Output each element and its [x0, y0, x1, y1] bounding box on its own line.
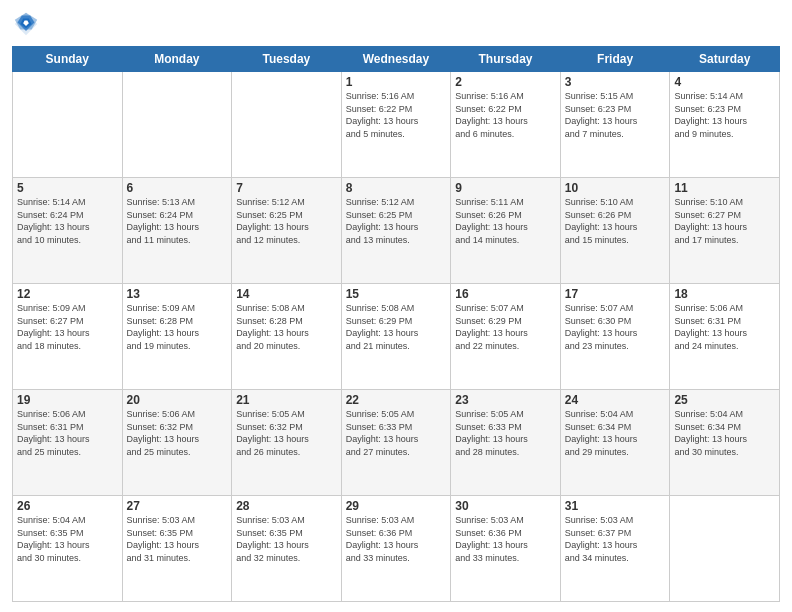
day-number: 20 — [127, 393, 228, 407]
day-number: 30 — [455, 499, 556, 513]
col-header-saturday: Saturday — [670, 47, 780, 72]
day-number: 18 — [674, 287, 775, 301]
day-number: 15 — [346, 287, 447, 301]
day-number: 8 — [346, 181, 447, 195]
day-number: 17 — [565, 287, 666, 301]
day-info: Sunrise: 5:10 AM Sunset: 6:27 PM Dayligh… — [674, 196, 775, 246]
day-cell: 19Sunrise: 5:06 AM Sunset: 6:31 PM Dayli… — [13, 390, 123, 496]
day-cell: 15Sunrise: 5:08 AM Sunset: 6:29 PM Dayli… — [341, 284, 451, 390]
day-info: Sunrise: 5:07 AM Sunset: 6:30 PM Dayligh… — [565, 302, 666, 352]
day-cell: 13Sunrise: 5:09 AM Sunset: 6:28 PM Dayli… — [122, 284, 232, 390]
day-cell: 11Sunrise: 5:10 AM Sunset: 6:27 PM Dayli… — [670, 178, 780, 284]
day-info: Sunrise: 5:06 AM Sunset: 6:32 PM Dayligh… — [127, 408, 228, 458]
day-cell: 20Sunrise: 5:06 AM Sunset: 6:32 PM Dayli… — [122, 390, 232, 496]
day-cell: 5Sunrise: 5:14 AM Sunset: 6:24 PM Daylig… — [13, 178, 123, 284]
day-info: Sunrise: 5:13 AM Sunset: 6:24 PM Dayligh… — [127, 196, 228, 246]
day-number: 28 — [236, 499, 337, 513]
col-header-wednesday: Wednesday — [341, 47, 451, 72]
day-cell: 7Sunrise: 5:12 AM Sunset: 6:25 PM Daylig… — [232, 178, 342, 284]
day-number: 23 — [455, 393, 556, 407]
day-info: Sunrise: 5:08 AM Sunset: 6:28 PM Dayligh… — [236, 302, 337, 352]
day-number: 7 — [236, 181, 337, 195]
day-number: 24 — [565, 393, 666, 407]
day-cell: 21Sunrise: 5:05 AM Sunset: 6:32 PM Dayli… — [232, 390, 342, 496]
day-number: 25 — [674, 393, 775, 407]
day-cell: 10Sunrise: 5:10 AM Sunset: 6:26 PM Dayli… — [560, 178, 670, 284]
day-cell: 4Sunrise: 5:14 AM Sunset: 6:23 PM Daylig… — [670, 72, 780, 178]
calendar-table: SundayMondayTuesdayWednesdayThursdayFrid… — [12, 46, 780, 602]
day-number: 13 — [127, 287, 228, 301]
day-info: Sunrise: 5:14 AM Sunset: 6:23 PM Dayligh… — [674, 90, 775, 140]
logo-icon — [12, 10, 40, 38]
week-row-5: 26Sunrise: 5:04 AM Sunset: 6:35 PM Dayli… — [13, 496, 780, 602]
day-number: 5 — [17, 181, 118, 195]
page: SundayMondayTuesdayWednesdayThursdayFrid… — [0, 0, 792, 612]
day-cell: 9Sunrise: 5:11 AM Sunset: 6:26 PM Daylig… — [451, 178, 561, 284]
day-number: 2 — [455, 75, 556, 89]
day-info: Sunrise: 5:07 AM Sunset: 6:29 PM Dayligh… — [455, 302, 556, 352]
day-cell: 28Sunrise: 5:03 AM Sunset: 6:35 PM Dayli… — [232, 496, 342, 602]
day-info: Sunrise: 5:11 AM Sunset: 6:26 PM Dayligh… — [455, 196, 556, 246]
day-number: 19 — [17, 393, 118, 407]
day-cell: 30Sunrise: 5:03 AM Sunset: 6:36 PM Dayli… — [451, 496, 561, 602]
day-cell — [232, 72, 342, 178]
day-info: Sunrise: 5:03 AM Sunset: 6:35 PM Dayligh… — [236, 514, 337, 564]
calendar-header-row: SundayMondayTuesdayWednesdayThursdayFrid… — [13, 47, 780, 72]
week-row-3: 12Sunrise: 5:09 AM Sunset: 6:27 PM Dayli… — [13, 284, 780, 390]
day-number: 6 — [127, 181, 228, 195]
day-number: 14 — [236, 287, 337, 301]
day-number: 9 — [455, 181, 556, 195]
day-cell: 25Sunrise: 5:04 AM Sunset: 6:34 PM Dayli… — [670, 390, 780, 496]
day-info: Sunrise: 5:12 AM Sunset: 6:25 PM Dayligh… — [346, 196, 447, 246]
day-number: 11 — [674, 181, 775, 195]
col-header-monday: Monday — [122, 47, 232, 72]
day-cell: 17Sunrise: 5:07 AM Sunset: 6:30 PM Dayli… — [560, 284, 670, 390]
col-header-thursday: Thursday — [451, 47, 561, 72]
day-info: Sunrise: 5:15 AM Sunset: 6:23 PM Dayligh… — [565, 90, 666, 140]
day-cell — [670, 496, 780, 602]
day-cell: 8Sunrise: 5:12 AM Sunset: 6:25 PM Daylig… — [341, 178, 451, 284]
day-info: Sunrise: 5:16 AM Sunset: 6:22 PM Dayligh… — [346, 90, 447, 140]
day-info: Sunrise: 5:16 AM Sunset: 6:22 PM Dayligh… — [455, 90, 556, 140]
day-info: Sunrise: 5:04 AM Sunset: 6:34 PM Dayligh… — [565, 408, 666, 458]
header — [12, 10, 780, 38]
day-cell: 1Sunrise: 5:16 AM Sunset: 6:22 PM Daylig… — [341, 72, 451, 178]
day-info: Sunrise: 5:06 AM Sunset: 6:31 PM Dayligh… — [17, 408, 118, 458]
day-cell: 26Sunrise: 5:04 AM Sunset: 6:35 PM Dayli… — [13, 496, 123, 602]
day-number: 22 — [346, 393, 447, 407]
week-row-1: 1Sunrise: 5:16 AM Sunset: 6:22 PM Daylig… — [13, 72, 780, 178]
day-number: 10 — [565, 181, 666, 195]
day-info: Sunrise: 5:03 AM Sunset: 6:36 PM Dayligh… — [346, 514, 447, 564]
day-number: 26 — [17, 499, 118, 513]
day-cell: 12Sunrise: 5:09 AM Sunset: 6:27 PM Dayli… — [13, 284, 123, 390]
day-info: Sunrise: 5:05 AM Sunset: 6:32 PM Dayligh… — [236, 408, 337, 458]
day-cell: 18Sunrise: 5:06 AM Sunset: 6:31 PM Dayli… — [670, 284, 780, 390]
day-number: 27 — [127, 499, 228, 513]
day-cell: 29Sunrise: 5:03 AM Sunset: 6:36 PM Dayli… — [341, 496, 451, 602]
day-cell: 23Sunrise: 5:05 AM Sunset: 6:33 PM Dayli… — [451, 390, 561, 496]
day-info: Sunrise: 5:03 AM Sunset: 6:35 PM Dayligh… — [127, 514, 228, 564]
day-number: 21 — [236, 393, 337, 407]
day-info: Sunrise: 5:09 AM Sunset: 6:28 PM Dayligh… — [127, 302, 228, 352]
week-row-4: 19Sunrise: 5:06 AM Sunset: 6:31 PM Dayli… — [13, 390, 780, 496]
day-number: 16 — [455, 287, 556, 301]
day-info: Sunrise: 5:04 AM Sunset: 6:34 PM Dayligh… — [674, 408, 775, 458]
day-info: Sunrise: 5:03 AM Sunset: 6:37 PM Dayligh… — [565, 514, 666, 564]
day-info: Sunrise: 5:12 AM Sunset: 6:25 PM Dayligh… — [236, 196, 337, 246]
day-number: 1 — [346, 75, 447, 89]
day-number: 31 — [565, 499, 666, 513]
day-cell — [13, 72, 123, 178]
day-cell: 31Sunrise: 5:03 AM Sunset: 6:37 PM Dayli… — [560, 496, 670, 602]
day-info: Sunrise: 5:04 AM Sunset: 6:35 PM Dayligh… — [17, 514, 118, 564]
day-info: Sunrise: 5:03 AM Sunset: 6:36 PM Dayligh… — [455, 514, 556, 564]
day-number: 3 — [565, 75, 666, 89]
day-cell: 3Sunrise: 5:15 AM Sunset: 6:23 PM Daylig… — [560, 72, 670, 178]
day-number: 4 — [674, 75, 775, 89]
day-cell: 14Sunrise: 5:08 AM Sunset: 6:28 PM Dayli… — [232, 284, 342, 390]
day-info: Sunrise: 5:06 AM Sunset: 6:31 PM Dayligh… — [674, 302, 775, 352]
day-info: Sunrise: 5:08 AM Sunset: 6:29 PM Dayligh… — [346, 302, 447, 352]
day-info: Sunrise: 5:05 AM Sunset: 6:33 PM Dayligh… — [346, 408, 447, 458]
col-header-sunday: Sunday — [13, 47, 123, 72]
day-info: Sunrise: 5:09 AM Sunset: 6:27 PM Dayligh… — [17, 302, 118, 352]
day-info: Sunrise: 5:14 AM Sunset: 6:24 PM Dayligh… — [17, 196, 118, 246]
